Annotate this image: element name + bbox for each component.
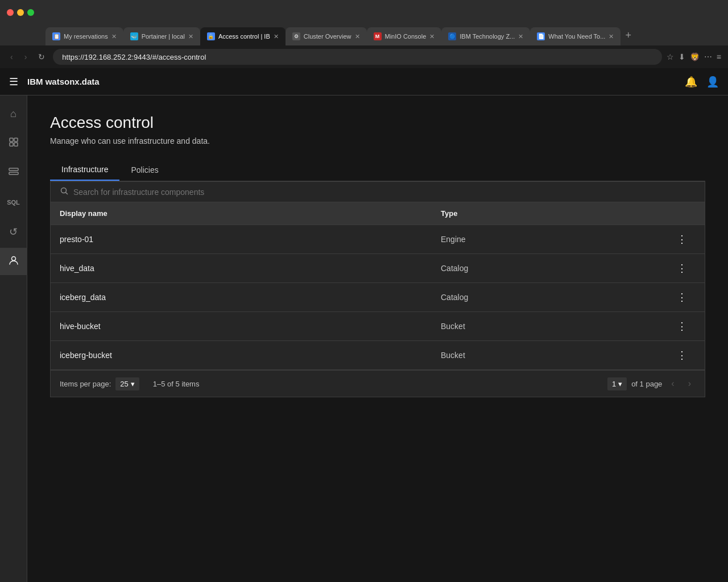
hamburger-menu-button[interactable]: ☰ — [9, 76, 18, 88]
table-row: hive-bucket Bucket ⋮ — [51, 312, 705, 341]
maximize-window-button[interactable] — [27, 9, 34, 16]
history-icon: ↺ — [9, 226, 18, 238]
browser-tab-ibm-tech[interactable]: 🔵 IBM Technology Z... ✕ — [441, 27, 530, 45]
items-count: 1–5 of 5 items — [153, 380, 200, 388]
cell-type-hive-data: Catalog — [441, 264, 668, 273]
extensions-icon[interactable]: ⋯ — [704, 52, 712, 61]
cell-name-hive-data: hive_data — [60, 264, 441, 273]
close-window-button[interactable] — [7, 9, 14, 16]
next-page-button[interactable]: › — [684, 376, 696, 391]
tab-label-ibm-tech: IBM Technology Z... — [460, 33, 515, 40]
sidebar-item-infrastructure[interactable] — [0, 130, 27, 157]
svg-rect-0 — [10, 138, 13, 142]
chevron-down-icon: ▾ — [131, 380, 135, 388]
more-actions-iceberg-data-button[interactable]: ⋮ — [673, 290, 690, 305]
tab-label-access-control: Access control | IB — [218, 33, 270, 40]
back-button[interactable]: ‹ — [7, 51, 16, 63]
new-tab-button[interactable]: + — [621, 30, 636, 41]
tab-close-reservations[interactable]: ✕ — [111, 33, 117, 40]
more-actions-hive-bucket-button[interactable]: ⋮ — [673, 319, 690, 334]
browser-tab-minio[interactable]: M MinIO Console ✕ — [367, 27, 442, 45]
tab-label-what-you-need: What You Need To... — [548, 33, 605, 40]
table-row: presto-01 Engine ⋮ — [51, 225, 705, 254]
tab-close-cluster[interactable]: ✕ — [355, 33, 360, 40]
browser-tab-what-you-need[interactable]: 📄 What You Need To... ✕ — [530, 27, 621, 45]
notification-bell-icon[interactable]: 🔔 — [685, 76, 697, 88]
per-page-select[interactable]: 25 ▾ — [115, 377, 139, 390]
address-bar-icons: ☆ ⬇ 🦁 ⋯ ≡ — [667, 52, 721, 61]
previous-page-button[interactable]: ‹ — [667, 376, 679, 391]
search-input[interactable] — [73, 188, 696, 197]
svg-rect-4 — [9, 168, 18, 171]
tab-policies[interactable]: Policies — [119, 159, 169, 181]
minimize-window-button[interactable] — [17, 9, 24, 16]
tab-close-access-control[interactable]: ✕ — [274, 33, 279, 40]
svg-rect-2 — [10, 143, 13, 146]
infrastructure-icon — [9, 137, 19, 150]
cell-name-presto: presto-01 — [60, 235, 441, 244]
brave-shield-icon[interactable]: 🦁 — [690, 52, 700, 61]
browser-tab-portainer[interactable]: 🐳 Portainer | local ✕ — [123, 27, 200, 45]
svg-rect-3 — [14, 143, 18, 146]
traffic-lights[interactable] — [7, 9, 34, 16]
tab-favicon-reservations: 📋 — [52, 32, 60, 40]
page-chevron-down-icon: ▾ — [618, 380, 622, 388]
cell-type-iceberg-bucket: Bucket — [441, 351, 668, 360]
sql-icon: SQL — [7, 199, 20, 206]
tab-infrastructure[interactable]: Infrastructure — [50, 159, 119, 181]
cell-actions-iceberg-bucket: ⋮ — [668, 348, 696, 363]
svg-rect-1 — [14, 138, 18, 142]
sidebar-item-home[interactable]: ⌂ — [0, 100, 27, 127]
cell-actions-hive-data: ⋮ — [668, 261, 696, 276]
more-actions-iceberg-bucket-button[interactable]: ⋮ — [673, 348, 690, 363]
address-input[interactable] — [53, 49, 661, 65]
browser-tabs-bar: 📋 My reservations ✕ 🐳 Portainer | local … — [0, 25, 728, 45]
home-icon: ⌂ — [10, 108, 16, 120]
menu-icon[interactable]: ≡ — [717, 52, 721, 61]
cell-name-iceberg-data: iceberg_data — [60, 293, 441, 302]
browser-tab-reservations[interactable]: 📋 My reservations ✕ — [46, 27, 123, 45]
more-actions-hive-data-button[interactable]: ⋮ — [673, 261, 690, 276]
tab-close-ibm-tech[interactable]: ✕ — [518, 33, 523, 40]
svg-rect-5 — [9, 172, 18, 174]
sidebar-item-sql[interactable]: SQL — [0, 189, 27, 216]
tab-favicon-minio: M — [374, 32, 382, 40]
table-header: Display name Type — [51, 202, 705, 225]
tab-close-what-you-need[interactable]: ✕ — [609, 33, 614, 40]
tab-favicon-cluster: ⚙ — [292, 32, 300, 40]
page-select[interactable]: 1 ▾ — [607, 377, 627, 390]
tab-close-portainer[interactable]: ✕ — [188, 33, 193, 40]
reload-button[interactable]: ↻ — [35, 51, 48, 63]
pagination-bar: Items per page: 25 ▾ 1–5 of 5 items 1 ▾ — [51, 370, 705, 397]
sidebar: ⌂ — [0, 95, 27, 582]
more-actions-presto-button[interactable]: ⋮ — [673, 232, 690, 247]
cell-actions-hive-bucket: ⋮ — [668, 319, 696, 334]
star-icon[interactable]: ☆ — [667, 52, 674, 61]
tab-close-minio[interactable]: ✕ — [429, 33, 435, 40]
tab-favicon-portainer: 🐳 — [130, 32, 138, 40]
of-page-text: of 1 page — [631, 380, 662, 388]
tab-label-reservations: My reservations — [64, 33, 108, 40]
content-area: Access control Manage who can use infras… — [27, 95, 728, 582]
search-icon — [60, 186, 69, 197]
app-logo: IBM watsonx.data — [27, 77, 100, 86]
cell-type-iceberg-data: Catalog — [441, 293, 668, 302]
sidebar-item-history[interactable]: ↺ — [0, 218, 27, 246]
download-icon[interactable]: ⬇ — [679, 52, 685, 61]
sidebar-item-data[interactable] — [0, 159, 27, 186]
table-row: iceberg_data Catalog ⋮ — [51, 283, 705, 312]
svg-point-6 — [11, 256, 15, 260]
tab-favicon-access-control: 🔒 — [207, 32, 215, 40]
items-per-page-label: Items per page: — [60, 380, 111, 388]
address-bar: ‹ › ↻ ☆ ⬇ 🦁 ⋯ ≡ — [0, 45, 728, 68]
cell-actions-presto: ⋮ — [668, 232, 696, 247]
browser-tab-cluster[interactable]: ⚙ Cluster Overview ✕ — [286, 27, 367, 45]
table-row: hive_data Catalog ⋮ — [51, 254, 705, 283]
browser-tab-access-control[interactable]: 🔒 Access control | IB ✕ — [200, 27, 286, 45]
tab-label-portainer: Portainer | local — [142, 33, 185, 40]
user-profile-icon[interactable]: 👤 — [706, 76, 719, 88]
page-title: Access control — [50, 114, 705, 132]
cell-name-iceberg-bucket: iceberg-bucket — [60, 351, 441, 360]
forward-button[interactable]: › — [21, 51, 31, 63]
sidebar-item-access-control[interactable] — [0, 248, 27, 275]
